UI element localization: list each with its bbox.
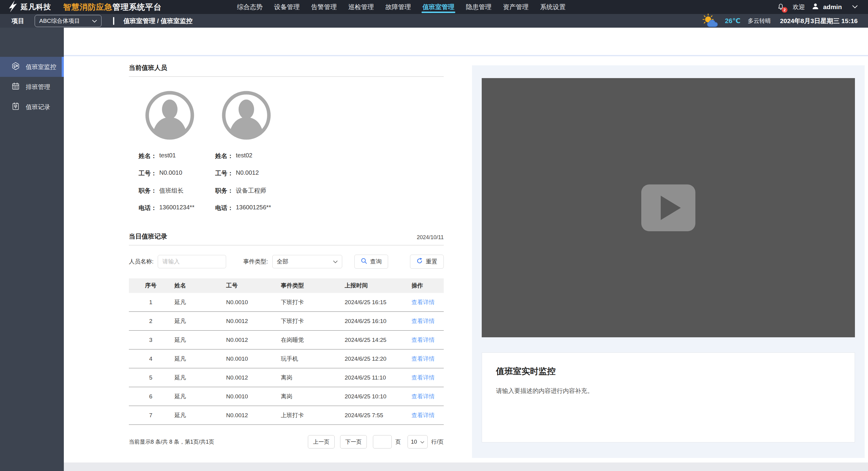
duty-persons: 姓名：test01 工号：N0.0010 职务：值班组长 电话：13600123…	[129, 90, 444, 212]
cell-employee-id: N0.0012	[226, 374, 281, 381]
user-menu[interactable]: admin	[811, 2, 858, 11]
nav-item-faults[interactable]: 故障管理	[385, 0, 411, 14]
brand-name: 延凡科技	[21, 2, 51, 12]
employee-id-value: N0.0012	[236, 169, 259, 178]
view-details-link[interactable]: 查看详情	[411, 299, 444, 306]
play-button-icon[interactable]	[641, 184, 695, 231]
cctv-camera-icon	[11, 62, 20, 72]
sidebar-item-duty-room-monitor[interactable]: 值班室监控	[0, 57, 64, 77]
nav-item-settings[interactable]: 系统设置	[540, 0, 566, 14]
phone-value: 136001234**	[159, 204, 194, 212]
view-details-link[interactable]: 查看详情	[411, 411, 444, 419]
phone-label: 电话：	[138, 204, 157, 212]
employee-id-value: N0.0010	[159, 169, 182, 178]
col-index: 序号	[129, 282, 175, 290]
event-type-group: 事件类型: 全部	[243, 255, 342, 268]
username: admin	[823, 3, 842, 11]
employee-id-label: 工号：	[138, 169, 157, 178]
cell-employee-id: N0.0010	[226, 355, 281, 362]
page-number-input[interactable]	[373, 435, 392, 448]
daily-records-header: 当日值班记录 2024/10/11	[129, 232, 444, 246]
nav-item-duty-room[interactable]: 值班室管理	[423, 0, 454, 14]
role-label: 职务：	[138, 187, 157, 195]
prev-page-button[interactable]: 上一页	[308, 435, 335, 448]
person-name-input[interactable]	[158, 255, 226, 268]
role-label: 职务：	[215, 187, 234, 195]
search-icon	[361, 258, 367, 265]
video-player[interactable]	[482, 78, 855, 337]
role-value: 值班组长	[159, 187, 184, 195]
event-type-select[interactable]: 全部	[272, 255, 342, 268]
current-duty-header: 当前值班人员	[129, 64, 444, 77]
col-employee-id: 工号	[226, 282, 281, 290]
nav-item-hazards[interactable]: 隐患管理	[466, 0, 491, 14]
cell-event-type: 上班打卡	[281, 411, 345, 419]
page-size-value: 10	[411, 439, 417, 445]
nav-item-overview[interactable]: 综合态势	[237, 0, 262, 14]
daily-records-title: 当日值班记录	[129, 232, 167, 241]
topbar: 延凡科技 智慧消防应急管理系统平台 综合态势 设备管理 告警管理 巡检管理 故障…	[0, 0, 868, 14]
view-details-link[interactable]: 查看详情	[411, 374, 444, 382]
pagination: 当前显示8 条/共 8 条，第1页/共1页 上一页 下一页 页 10 行/页	[129, 435, 444, 448]
monitor-info-card: 值班室实时监控 请输入要描述的内容进行内容补充。	[482, 352, 855, 442]
sidebar-item-duty-records[interactable]: 值班记录	[0, 97, 64, 117]
table-header-row: 序号 姓名 工号 事件类型 上报时间 操作	[129, 278, 444, 293]
project-select[interactable]: ABC综合体项目	[35, 15, 101, 27]
table-row: 3 延凡 N0.0012 在岗睡觉 2024/6/25 14:25 查看详情	[129, 331, 444, 349]
cell-report-time: 2024/6/25 10:10	[345, 393, 411, 400]
topbar-right: 2 欢迎 admin	[777, 2, 858, 11]
subbar: 项目 ABC综合体项目 值班室管理 / 值班室监控 26℃ 多云转晴 2024	[0, 14, 868, 28]
sidebar-item-label: 值班室监控	[26, 63, 56, 71]
cell-event-type: 离岗	[281, 392, 345, 401]
cell-index: 6	[129, 393, 175, 400]
name-label: 姓名：	[138, 152, 157, 160]
view-details-link[interactable]: 查看详情	[411, 355, 444, 363]
nav-item-devices[interactable]: 设备管理	[274, 0, 300, 14]
monitor-title: 值班室实时监控	[496, 366, 841, 377]
cell-report-time: 2024/6/25 11:10	[345, 374, 411, 381]
cell-event-type: 下班打卡	[281, 317, 345, 325]
cell-employee-id: N0.0012	[226, 337, 281, 343]
project-label: 项目	[11, 17, 24, 25]
next-page-button[interactable]: 下一页	[340, 435, 367, 448]
records-filter: 人员名称: 事件类型: 全部	[129, 255, 444, 269]
notification-bell-icon[interactable]: 2	[777, 2, 785, 11]
nav-item-inspection[interactable]: 巡检管理	[348, 0, 374, 14]
cell-report-time: 2024/6/25 16:10	[345, 318, 411, 324]
cell-index: 7	[129, 412, 175, 419]
role-value: 设备工程师	[236, 187, 266, 195]
system-title-highlight: 智慧消防应急	[63, 2, 113, 11]
search-button[interactable]: 查询	[354, 255, 388, 269]
reset-button[interactable]: 重置	[410, 255, 444, 269]
nav-item-assets[interactable]: 资产管理	[503, 0, 529, 14]
calendar-icon	[11, 82, 20, 92]
nav-item-alarms[interactable]: 告警管理	[311, 0, 337, 14]
sidebar-item-label: 排班管理	[26, 83, 50, 91]
cell-report-time: 2024/6/25 7:55	[345, 412, 411, 419]
records-table: 序号 姓名 工号 事件类型 上报时间 操作 1 延凡 N0.0010 下班打卡 …	[129, 278, 444, 425]
breadcrumb: 值班室管理 / 值班室监控	[123, 17, 193, 25]
table-row: 5 延凡 N0.0012 离岗 2024/6/25 11:10 查看详情	[129, 368, 444, 387]
name-value: test01	[159, 152, 176, 160]
content-top-strip	[64, 55, 868, 56]
view-details-link[interactable]: 查看详情	[411, 392, 444, 401]
cell-report-time: 2024/6/25 14:25	[345, 337, 411, 343]
cell-name: 延凡	[175, 317, 226, 325]
cell-index: 4	[129, 355, 175, 362]
sidebar-item-shift-management[interactable]: 排班管理	[0, 77, 64, 97]
cell-employee-id: N0.0012	[226, 412, 281, 419]
page-size-select[interactable]: 10	[408, 435, 428, 448]
system-title: 智慧消防应急管理系统平台	[63, 2, 162, 12]
cell-employee-id: N0.0010	[226, 393, 281, 400]
name-label: 姓名：	[215, 152, 234, 160]
chevron-down-icon	[852, 4, 858, 10]
view-details-link[interactable]: 查看详情	[411, 336, 444, 344]
page-suffix-label: 页	[395, 438, 401, 445]
name-value: test02	[236, 152, 252, 160]
main-content: 当前值班人员 姓名：test01 工号：N0.0	[64, 28, 868, 471]
person-details: 姓名：test02 工号：N0.0012 职务：设备工程师 电话：1360012…	[215, 152, 292, 212]
view-details-link[interactable]: 查看详情	[411, 317, 444, 325]
logo-icon	[8, 0, 18, 14]
avatar	[221, 90, 271, 140]
cell-report-time: 2024/6/25 12:20	[345, 355, 411, 362]
